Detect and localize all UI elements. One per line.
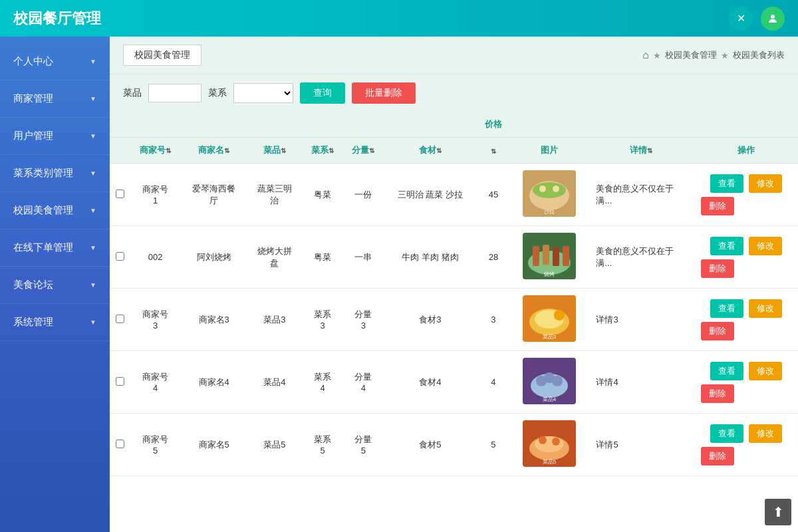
cell-merchant-no: 商家号 1 [130,164,181,226]
row-checkbox[interactable] [116,315,124,323]
col-portion[interactable]: 分量⇅ [343,138,384,164]
edit-button[interactable]: 修改 [749,299,782,318]
sidebar-item-food-forum[interactable]: 美食论坛 ▼ [0,267,110,304]
svg-point-0 [771,15,775,19]
batch-delete-button[interactable]: 批量删除 [352,82,416,104]
cell-detail: 详情5 [588,414,694,476]
cell-detail: 美食的意义不仅在于 满... [588,164,694,226]
table-row: 商家号 5 商家名5 菜品5 菜系 5 分量 5 食材5 5 菜品5 详情5 查… [110,414,798,476]
cell-merchant-name: 商家名4 [181,351,247,414]
sidebar-item-label: 用户管理 [13,130,53,142]
cell-cuisine: 菜系 4 [303,351,343,414]
page-title-button[interactable]: 校园美食管理 [123,45,201,66]
view-button[interactable]: 查看 [710,174,743,193]
row-checkbox[interactable] [116,190,124,198]
view-button[interactable]: 查看 [710,299,743,318]
cell-merchant-name: 商家名5 [181,414,247,476]
cell-dish: 烧烤大拼 盘 [247,226,302,289]
cell-portion: 分量 3 [343,289,384,351]
user-button[interactable] [761,7,785,31]
app-header: 校园餐厅管理 ✕ [0,0,798,37]
col-checkbox [110,138,130,164]
delete-button[interactable]: 删除 [701,259,734,278]
cell-image: 烧烤 [510,226,589,289]
row-checkbox[interactable] [116,377,124,386]
col-image: 图片 [510,138,589,164]
food-table-container: 价格 商家号⇅ 商家名⇅ 菜品⇅ 菜系⇅ 分量⇅ 食材⇅ ⇅ 图片 详情⇅ [110,112,798,532]
row-checkbox[interactable] [116,252,124,261]
cell-action: 查看 修改 删除 [694,289,798,351]
edit-button[interactable]: 修改 [749,362,782,380]
edit-button[interactable]: 修改 [749,237,782,255]
cell-cuisine: 菜系 5 [303,414,343,476]
sidebar-item-user-mgmt[interactable]: 用户管理 ▼ [0,118,110,155]
row-checkbox-cell [110,351,130,414]
view-button[interactable]: 查看 [710,362,743,380]
view-button[interactable]: 查看 [710,424,743,443]
cell-image: 菜品5 [510,414,589,476]
cell-cuisine: 粤菜 [303,164,343,226]
cell-cuisine: 菜系 3 [303,289,343,351]
chevron-down-icon: ▼ [90,319,96,326]
cell-action: 查看 修改 删除 [694,164,798,226]
delete-button[interactable]: 删除 [701,384,734,403]
view-button[interactable]: 查看 [710,237,743,255]
col-dish[interactable]: 菜品⇅ [247,138,302,164]
cuisine-filter-label: 菜系 [208,87,227,99]
cuisine-filter-select[interactable]: 粤菜 川菜 [233,83,293,103]
sidebar-item-label: 系统管理 [13,316,53,329]
sidebar-item-label: 个人中心 [13,55,53,68]
delete-button[interactable]: 删除 [701,322,734,340]
col-ingredients[interactable]: 食材⇅ [384,138,477,164]
sidebar-item-system-mgmt[interactable]: 系统管理 ▼ [0,304,110,341]
cell-image: 菜品3 [510,289,589,351]
col-detail[interactable]: 详情⇅ [588,138,694,164]
home-icon: ⌂ [642,49,649,61]
food-image: 沙拉 [523,170,576,217]
svg-rect-9 [533,246,539,266]
breadcrumb-item-1: 校园美食管理 [665,49,717,61]
svg-text:沙拉: 沙拉 [544,209,555,215]
delete-button[interactable]: 删除 [701,447,734,466]
col-price[interactable]: ⇅ [477,138,510,164]
filter-area: 菜品 菜系 粤菜 川菜 查询 批量删除 [110,74,798,112]
edit-button[interactable]: 修改 [749,424,782,443]
breadcrumb-item-2: 校园美食列表 [733,49,785,61]
svg-point-29 [552,438,560,446]
cell-price: 5 [477,414,510,476]
row-checkbox[interactable] [116,440,124,448]
sidebar-item-personal-center[interactable]: 个人中心 ▼ [0,43,110,80]
svg-text:菜品4: 菜品4 [542,396,556,402]
food-image: 菜品3 [523,295,576,342]
sidebar-item-cuisine-mgmt[interactable]: 菜系类别管理 ▼ [0,155,110,192]
cell-ingredients: 食材4 [384,351,477,414]
dish-search-input[interactable] [148,84,201,102]
cell-merchant-name: 阿刘烧烤 [181,226,247,289]
col-merchant-name[interactable]: 商家名⇅ [181,138,247,164]
sidebar: 个人中心 ▼ 商家管理 ▼ 用户管理 ▼ 菜系类别管理 ▼ 校园美食管理 ▼ 在… [0,37,110,532]
close-button[interactable]: ✕ [729,7,753,31]
sidebar-item-order-mgmt[interactable]: 在线下单管理 ▼ [0,229,110,267]
delete-button[interactable]: 删除 [701,197,734,215]
edit-button[interactable]: 修改 [749,174,782,193]
sidebar-item-campus-food-mgmt[interactable]: 校园美食管理 ▼ [0,192,110,229]
cell-cuisine: 粤菜 [303,226,343,289]
upload-button[interactable]: ⬆ [765,499,791,525]
svg-text:菜品3: 菜品3 [542,334,556,340]
row-checkbox-cell [110,226,130,289]
cell-action: 查看 修改 删除 [694,351,798,414]
col-cuisine[interactable]: 菜系⇅ [303,138,343,164]
sidebar-item-merchant-mgmt[interactable]: 商家管理 ▼ [0,80,110,118]
food-image: 烧烤 [523,233,576,279]
cell-dish: 菜品4 [247,351,302,414]
svg-point-17 [554,310,565,321]
table-row: 002 阿刘烧烤 烧烤大拼 盘 粤菜 一串 牛肉 羊肉 猪肉 28 烧烤 美食的… [110,226,798,289]
query-button[interactable]: 查询 [300,82,345,104]
cell-ingredients: 食材3 [384,289,477,351]
cell-merchant-name: 商家名3 [181,289,247,351]
breadcrumb-area: 校园美食管理 ⌂ ★ 校园美食管理 ★ 校园美食列表 [110,37,798,74]
col-merchant-no[interactable]: 商家号⇅ [130,138,181,164]
main-content: 校园美食管理 ⌂ ★ 校园美食管理 ★ 校园美食列表 菜品 菜系 粤菜 川菜 查… [110,37,798,532]
chevron-down-icon: ▼ [90,58,96,65]
header-actions: ✕ [729,7,785,31]
